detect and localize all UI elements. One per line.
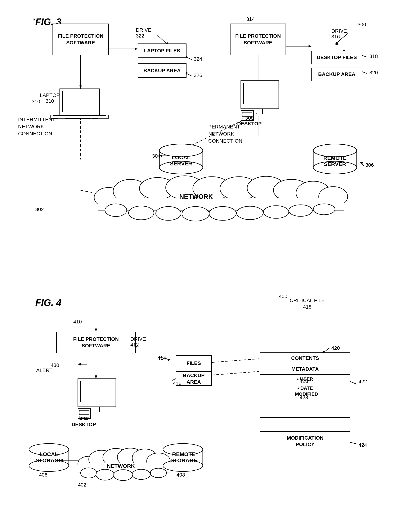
svg-rect-130 bbox=[78, 379, 116, 407]
ref-324: 324 bbox=[194, 56, 202, 62]
svg-point-38 bbox=[220, 177, 258, 200]
desktop-label-fig4: 404DESKTOP bbox=[72, 416, 96, 427]
svg-point-45 bbox=[105, 204, 127, 216]
fps-left-box: FILE PROTECTIONSOFTWARE bbox=[52, 23, 109, 55]
svg-rect-132 bbox=[94, 407, 100, 412]
ref-314: 314 bbox=[246, 16, 255, 22]
svg-point-52 bbox=[289, 205, 312, 216]
svg-line-32 bbox=[308, 190, 335, 196]
svg-rect-135 bbox=[79, 410, 89, 412]
svg-rect-43 bbox=[98, 198, 344, 213]
svg-point-85 bbox=[78, 456, 100, 471]
ref-326: 326 bbox=[194, 73, 202, 78]
svg-marker-13 bbox=[258, 81, 260, 84]
svg-marker-15 bbox=[309, 45, 312, 47]
ref-306: 306 bbox=[365, 162, 374, 168]
ref-410: 410 bbox=[73, 319, 82, 325]
critical-file-outer-box: CONTENTS METADATA • USER • DATE MODIFIED bbox=[260, 352, 350, 418]
svg-line-65 bbox=[212, 372, 259, 375]
laptop-label: LAPTOP310 bbox=[40, 92, 60, 104]
desktop-files-box: DESKTOP FILES bbox=[312, 51, 362, 64]
local-server-label: LOCALSERVER bbox=[167, 154, 196, 167]
svg-marker-61 bbox=[167, 359, 170, 361]
svg-point-49 bbox=[209, 207, 236, 220]
contents-cell: CONTENTS bbox=[260, 353, 350, 364]
ref-408: 408 bbox=[177, 472, 185, 478]
ref-424: 424 bbox=[358, 442, 367, 448]
svg-point-33 bbox=[94, 188, 123, 207]
svg-line-29 bbox=[360, 162, 364, 166]
svg-point-90 bbox=[147, 453, 170, 469]
svg-point-39 bbox=[247, 176, 285, 200]
drive322-label: DRIVE322 bbox=[136, 27, 151, 39]
ref-416: 416 bbox=[173, 381, 181, 386]
svg-point-94 bbox=[96, 469, 114, 480]
svg-rect-127 bbox=[242, 112, 252, 114]
drive412-label: DRIVE412 bbox=[130, 336, 146, 348]
svg-rect-115 bbox=[60, 89, 100, 115]
ref-414: 414 bbox=[157, 355, 166, 361]
svg-point-48 bbox=[182, 207, 209, 221]
intermittent-label: INTERMITTENTNETWORKCONNECTION bbox=[18, 116, 55, 137]
svg-marker-5 bbox=[135, 48, 138, 50]
ref-312: 312 bbox=[32, 17, 41, 22]
svg-rect-119 bbox=[65, 118, 91, 119]
svg-marker-83 bbox=[160, 459, 163, 461]
svg-point-95 bbox=[114, 470, 133, 480]
svg-marker-57 bbox=[95, 375, 97, 379]
permanent-label: PERMANENTNETWORKCONNECTION bbox=[208, 123, 242, 145]
svg-marker-3 bbox=[79, 85, 82, 89]
svg-rect-123 bbox=[244, 83, 276, 104]
ref-300: 300 bbox=[358, 22, 366, 28]
ref-400: 400 bbox=[279, 294, 287, 299]
network-label-fig3: NETWORK bbox=[179, 193, 213, 201]
laptop-files-box: LAPTOP FILES bbox=[138, 43, 187, 58]
svg-point-89 bbox=[132, 449, 157, 467]
svg-point-34 bbox=[113, 179, 147, 203]
files-box: FILES bbox=[176, 355, 212, 372]
svg-rect-124 bbox=[257, 109, 262, 114]
svg-rect-122 bbox=[241, 81, 279, 109]
svg-rect-121 bbox=[53, 115, 106, 116]
ref-422: 422 bbox=[358, 379, 367, 384]
ref-302: 302 bbox=[35, 207, 44, 212]
alert-label: ALERT bbox=[36, 367, 52, 373]
backup-area-left-box: BACKUP AREA bbox=[138, 64, 187, 78]
svg-line-64 bbox=[212, 359, 259, 362]
svg-point-42 bbox=[319, 187, 348, 207]
svg-point-51 bbox=[263, 206, 289, 218]
svg-point-93 bbox=[81, 468, 97, 478]
svg-point-41 bbox=[296, 181, 330, 205]
remote-storage-label: REMOTESTORAGE bbox=[168, 451, 199, 464]
critical-file-label: CRITICAL FILE418 bbox=[290, 297, 325, 310]
ref-318: 318 bbox=[369, 53, 378, 59]
ref-320: 320 bbox=[369, 70, 378, 75]
svg-rect-116 bbox=[63, 91, 97, 112]
date-bullet: • DATE bbox=[297, 385, 313, 391]
svg-point-46 bbox=[129, 206, 154, 220]
svg-rect-136 bbox=[79, 413, 89, 415]
modification-policy-box: MODIFICATIONPOLICY bbox=[260, 431, 350, 451]
svg-point-50 bbox=[237, 206, 263, 220]
backup-area-right-box: BACKUP AREA bbox=[312, 68, 362, 81]
svg-rect-133 bbox=[89, 412, 105, 414]
svg-line-31 bbox=[81, 190, 109, 196]
ref-402: 402 bbox=[78, 482, 86, 488]
ref-420: 420 bbox=[331, 345, 340, 351]
svg-point-53 bbox=[313, 204, 335, 215]
ref-304: 304 bbox=[152, 153, 161, 159]
fps-fig4-box: FILE PROTECTIONSOFTWARE bbox=[56, 332, 136, 353]
local-storage-label: LOCALSTORAGE bbox=[33, 451, 64, 464]
ref-406: 406 bbox=[39, 472, 47, 478]
network-label-fig4: NETWORK bbox=[107, 463, 135, 469]
svg-marker-1 bbox=[335, 42, 339, 45]
svg-point-47 bbox=[156, 207, 181, 220]
ref-426: 426 bbox=[300, 378, 308, 384]
svg-rect-131 bbox=[81, 381, 113, 402]
svg-rect-120 bbox=[92, 118, 98, 119]
critical-file-text: CRITICAL FILE418 bbox=[290, 298, 325, 310]
svg-marker-78 bbox=[78, 363, 81, 365]
fps-right-box: FILE PROTECTIONSOFTWARE bbox=[230, 23, 286, 55]
svg-point-35 bbox=[139, 178, 176, 199]
remote-server-label: REMOTESERVER bbox=[320, 155, 350, 167]
